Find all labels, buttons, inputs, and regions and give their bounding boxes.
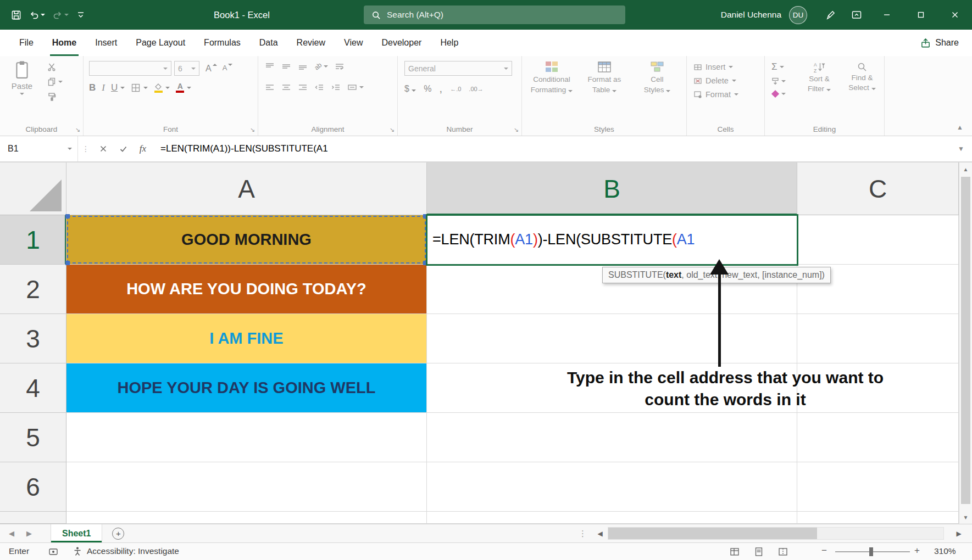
- decrease-font-size-button[interactable]: A: [223, 64, 233, 72]
- tab-insert[interactable]: Insert: [86, 30, 126, 56]
- scroll-down-arrow-icon[interactable]: ▼: [959, 511, 972, 524]
- tab-review[interactable]: Review: [287, 30, 335, 56]
- font-dialog-launcher-icon[interactable]: ↘: [250, 127, 255, 133]
- row-header-5[interactable]: 5: [0, 413, 66, 462]
- accounting-format-button[interactable]: $: [404, 84, 416, 94]
- cell-B6[interactable]: [427, 462, 797, 512]
- delete-cells-button[interactable]: Delete: [693, 76, 738, 85]
- merge-center-icon[interactable]: [347, 83, 357, 91]
- fill-dropdown-caret[interactable]: [781, 80, 786, 82]
- font-name-caret[interactable]: [163, 68, 168, 70]
- format-dropdown-caret[interactable]: [734, 93, 738, 96]
- accessibility-checker-button[interactable]: [73, 546, 82, 556]
- collapse-ribbon-chevron-icon[interactable]: ▲: [957, 124, 963, 131]
- column-header-B[interactable]: B: [427, 163, 797, 215]
- cell-A6[interactable]: [66, 462, 427, 512]
- normal-view-icon[interactable]: [730, 547, 740, 557]
- tab-scrollbar-splitter[interactable]: ⋮: [579, 529, 587, 539]
- alignment-dialog-launcher-icon[interactable]: ↘: [390, 127, 395, 133]
- decrease-decimal-button[interactable]: .00→: [469, 86, 483, 92]
- cell-B7-partial[interactable]: [427, 512, 797, 524]
- tab-page-layout[interactable]: Page Layout: [126, 30, 195, 56]
- row-header-7-partial[interactable]: [0, 512, 66, 524]
- vertical-scrollbar-thumb[interactable]: [961, 177, 970, 504]
- orientation-icon[interactable]: ab: [313, 61, 323, 71]
- bold-button[interactable]: B: [89, 82, 96, 93]
- copy-dropdown-caret[interactable]: [58, 81, 63, 83]
- autosum-button[interactable]: Σ: [771, 61, 786, 72]
- paste-dropdown-caret[interactable]: [20, 93, 24, 95]
- tab-developer[interactable]: Developer: [372, 30, 431, 56]
- align-right-icon[interactable]: [298, 83, 308, 91]
- redo-button[interactable]: [49, 5, 72, 25]
- accounting-dropdown-caret[interactable]: [412, 89, 416, 92]
- redo-dropdown-caret[interactable]: [64, 14, 69, 16]
- sheet-tab-sheet1[interactable]: Sheet1: [51, 524, 102, 542]
- clear-dropdown-caret[interactable]: [781, 93, 786, 95]
- format-painter-button[interactable]: [47, 92, 63, 101]
- tab-formulas[interactable]: Formulas: [195, 30, 250, 56]
- insert-cells-button[interactable]: Insert: [693, 63, 738, 71]
- vertical-scrollbar[interactable]: ▲ ▼: [959, 163, 972, 524]
- ribbon-display-options-button[interactable]: [843, 0, 870, 30]
- delete-dropdown-caret[interactable]: [732, 80, 736, 82]
- cell-A7-partial[interactable]: [66, 512, 427, 524]
- expand-formula-bar-chevron-icon[interactable]: ▼: [958, 145, 964, 153]
- fill-button[interactable]: [771, 77, 786, 85]
- align-bottom-icon[interactable]: [298, 63, 308, 70]
- undo-button[interactable]: [26, 5, 48, 25]
- insert-dropdown-caret[interactable]: [729, 66, 733, 68]
- inking-button[interactable]: [817, 0, 843, 30]
- font-size-combo[interactable]: 6: [174, 61, 199, 76]
- increase-indent-icon[interactable]: [331, 83, 341, 91]
- cell-A2[interactable]: HOW ARE YOU DOING TODAY?: [66, 265, 427, 314]
- font-color-button[interactable]: A: [176, 83, 184, 93]
- search-box[interactable]: Search (Alt+Q): [364, 5, 625, 24]
- increase-font-size-button[interactable]: A: [205, 64, 217, 74]
- increase-decimal-button[interactable]: ←.0: [450, 86, 461, 92]
- tab-view[interactable]: View: [335, 30, 372, 56]
- decrease-indent-icon[interactable]: [314, 83, 324, 91]
- format-as-table-button[interactable]: Format as Table: [578, 60, 631, 94]
- underline-button[interactable]: U: [111, 82, 118, 93]
- cell-A1[interactable]: GOOD MORNING: [66, 215, 427, 265]
- tab-data[interactable]: Data: [250, 30, 287, 56]
- autosum-dropdown-caret[interactable]: [780, 66, 784, 68]
- customize-quick-access-toolbar-button[interactable]: [73, 5, 88, 25]
- font-name-combo[interactable]: [89, 61, 171, 76]
- zoom-slider-thumb[interactable]: [869, 547, 873, 556]
- share-button[interactable]: Share: [920, 30, 959, 56]
- merge-center-dropdown-caret[interactable]: [359, 86, 364, 88]
- select-all-button[interactable]: [0, 163, 66, 215]
- cell-A4[interactable]: HOPE YOUR DAY IS GOING WELL: [66, 363, 427, 413]
- borders-icon[interactable]: [131, 83, 141, 93]
- cell-A3[interactable]: I AM FINE: [66, 314, 427, 363]
- avatar[interactable]: DU: [789, 6, 807, 24]
- hscroll-left-arrow-icon[interactable]: ◀: [593, 530, 607, 537]
- cell-A5[interactable]: [66, 413, 427, 462]
- align-middle-icon[interactable]: [281, 63, 291, 70]
- maximize-button[interactable]: [904, 0, 938, 30]
- align-top-icon[interactable]: [265, 63, 275, 70]
- cell-B1-active-edit[interactable]: =LEN(TRIM(A1))-LEN(SUBSTITUTE(A1: [427, 215, 797, 265]
- font-size-caret[interactable]: [191, 68, 196, 70]
- fill-color-button[interactable]: [154, 83, 163, 93]
- number-format-caret[interactable]: [504, 68, 508, 70]
- undo-dropdown-caret[interactable]: [41, 14, 45, 16]
- paste-button[interactable]: Paste: [5, 60, 38, 95]
- align-left-icon[interactable]: [265, 83, 275, 91]
- underline-dropdown-caret[interactable]: [120, 87, 125, 89]
- formula-bar-splitter[interactable]: ⋮: [78, 144, 93, 153]
- cell-B3[interactable]: [427, 314, 797, 363]
- tab-help[interactable]: Help: [431, 30, 468, 56]
- new-sheet-button[interactable]: +: [112, 528, 124, 540]
- cell-C5[interactable]: [797, 413, 959, 462]
- next-sheet-arrow-icon[interactable]: ▶: [26, 529, 32, 537]
- align-center-icon[interactable]: [281, 83, 291, 91]
- cell-C1[interactable]: [797, 215, 959, 265]
- cell-C6[interactable]: [797, 462, 959, 512]
- percent-style-button[interactable]: %: [424, 84, 431, 94]
- cancel-entry-button[interactable]: [93, 145, 113, 153]
- name-box[interactable]: B1: [0, 136, 78, 161]
- row-header-4[interactable]: 4: [0, 363, 66, 413]
